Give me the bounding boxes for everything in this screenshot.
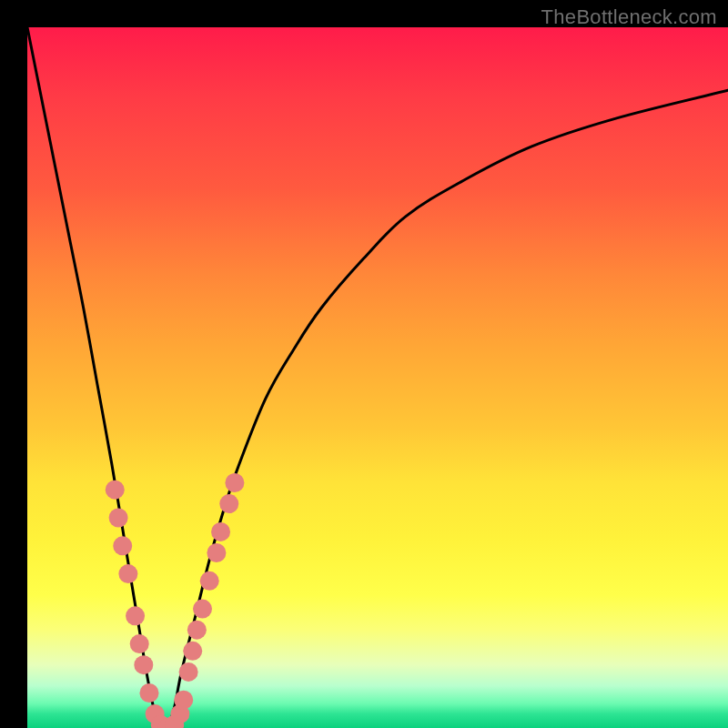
curve-marker <box>211 522 230 541</box>
curve-marker <box>109 509 128 528</box>
curve-marker <box>139 683 158 703</box>
curve-markers <box>106 473 245 728</box>
curve-marker <box>174 691 193 710</box>
curve-marker <box>106 480 125 500</box>
plot-area <box>27 27 728 728</box>
curve-marker <box>219 494 238 513</box>
chart-svg <box>27 27 728 728</box>
curve-marker <box>113 536 132 555</box>
chart-frame: TheBottleneck.com <box>0 0 728 728</box>
curve-marker <box>179 662 198 682</box>
curve-marker <box>193 600 212 619</box>
curve-marker <box>225 473 244 492</box>
curve-marker <box>130 634 149 653</box>
curve-marker <box>126 606 145 625</box>
curve-marker <box>183 642 202 661</box>
curve-marker <box>118 564 137 583</box>
watermark-text: TheBottleneck.com <box>541 5 717 29</box>
curve-marker <box>134 655 153 674</box>
curve-marker <box>187 621 207 640</box>
curve-marker <box>207 543 226 562</box>
curve-marker <box>200 571 219 591</box>
